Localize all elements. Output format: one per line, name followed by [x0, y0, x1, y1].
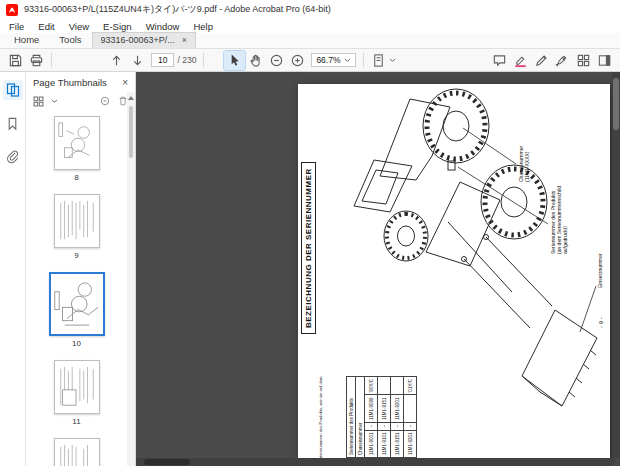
thumbnail-preview [49, 272, 105, 336]
page-thumbnails-panel-button[interactable] [3, 80, 23, 100]
chevron-down-icon[interactable] [389, 58, 396, 63]
menu-help[interactable]: Help [186, 21, 220, 32]
thumbnail-page-number: 8 [74, 173, 78, 182]
thumbnail-options-icon[interactable] [32, 95, 45, 108]
arrow-down-icon [130, 53, 145, 68]
toolbar-separator [51, 53, 52, 67]
reduce-thumbnails-icon[interactable] [99, 95, 111, 107]
zoom-level-value: 66.7% [316, 55, 340, 65]
window-title: 93316-00063+P/L(115Z4UN4キ)タイ)パ-ツ9.pdf - … [24, 3, 331, 16]
vertical-scrollbar[interactable] [612, 72, 620, 458]
chevron-down-icon [344, 58, 351, 63]
zoom-level-dropdown[interactable]: 66.7% [311, 53, 356, 67]
hand-tool-button[interactable] [245, 51, 266, 70]
thumbnail-page-number: 10 [72, 339, 81, 348]
thumbnail-page-8[interactable]: 8 [54, 116, 100, 182]
pencil-icon [534, 53, 549, 68]
page-view-button[interactable] [368, 51, 389, 70]
previous-page-button[interactable] [106, 51, 127, 70]
tab-document-label: 93316-00063+P/... [101, 35, 175, 45]
window-titlebar: 93316-00063+P/L(115Z4UN4キ)タイ)パ-ツ9.pdf - … [0, 0, 620, 19]
scroll-up-icon[interactable] [128, 96, 134, 100]
rotated-page-content: BEZEICHNUNG DER SERIENNUMMER Die Chassis… [298, 84, 610, 458]
save-icon [8, 53, 23, 68]
tab-document[interactable]: 93316-00063+P/... × [92, 32, 197, 48]
next-page-button[interactable] [127, 51, 148, 70]
panel-title: Page Thumbnails [33, 77, 107, 88]
panel-close-icon[interactable]: × [122, 77, 128, 88]
toolbar-separator [203, 53, 204, 67]
draw-tool-button[interactable] [531, 51, 552, 70]
thumbnail-sketch [55, 439, 99, 466]
tab-bar: Home Tools 93316-00063+P/... × [0, 33, 620, 49]
thumbnail-page-12[interactable]: 12 [54, 438, 100, 466]
highlight-tool-button[interactable] [510, 51, 531, 70]
select-cursor-icon [227, 53, 242, 68]
thumbnail-list: 8 9 [26, 112, 127, 466]
thumbnail-page-number: 9 [74, 251, 78, 260]
document-page-number: - 9 - [598, 317, 604, 328]
main-toolbar: 10 / 230 66.7% [0, 49, 620, 72]
chevron-down-icon[interactable] [51, 99, 58, 104]
more-tools-button[interactable] [573, 51, 594, 70]
callout-chassis-number: Chassisnummer (11M1-XXXX) [518, 146, 530, 182]
zoom-in-icon [290, 53, 305, 68]
tab-tools[interactable]: Tools [49, 32, 91, 48]
zoom-out-icon [269, 53, 284, 68]
scrollbar-thumb[interactable] [613, 78, 619, 130]
page-number-input[interactable]: 10 [151, 53, 174, 67]
tools-grid-icon [576, 53, 591, 68]
scrollbar-thumb[interactable] [129, 106, 133, 158]
attachments-panel-button[interactable] [3, 146, 23, 166]
sidebar-toggle-icon [597, 53, 612, 68]
highlighter-icon [513, 53, 528, 68]
menu-edit[interactable]: Edit [31, 21, 61, 32]
print-button[interactable] [26, 51, 47, 70]
panel-header: Page Thumbnails × [26, 72, 135, 92]
page-thumbnails-icon [5, 82, 21, 98]
callout-line: aufgedruckt) [562, 186, 568, 254]
bookmarks-panel-button[interactable] [3, 113, 23, 133]
fountain-pen-icon [555, 53, 570, 68]
page-view-icon [371, 53, 386, 68]
arrow-up-icon [109, 53, 124, 68]
pdf-page: BEZEICHNUNG DER SERIENNUMMER Die Chassis… [298, 84, 610, 458]
menu-view[interactable]: View [62, 21, 96, 32]
toolbar-separator [363, 53, 364, 67]
callout-insert-number: Einsetznummer [597, 253, 603, 288]
page-thumbnails-panel: Page Thumbnails × [26, 72, 136, 466]
zoom-in-button[interactable] [287, 51, 308, 70]
comment-tool-button[interactable] [489, 51, 510, 70]
thumbnail-page-9[interactable]: 9 [54, 194, 100, 260]
scrollbar-thumb[interactable] [144, 459, 190, 465]
comment-bubble-icon [492, 53, 507, 68]
bookmark-icon [5, 116, 20, 131]
save-button[interactable] [5, 51, 26, 70]
thumbnail-page-10-selected[interactable]: 10 [49, 272, 105, 348]
thumbnail-scrollbar[interactable] [127, 92, 135, 466]
panel-toolbar [26, 92, 135, 110]
thumbnail-preview [54, 116, 100, 170]
menu-window[interactable]: Window [139, 21, 187, 32]
hand-tool-icon [248, 53, 263, 68]
zoom-out-button[interactable] [266, 51, 287, 70]
right-panel-toggle-button[interactable] [594, 51, 615, 70]
thumbnail-page-11[interactable]: 11 [54, 360, 100, 426]
horizontal-scrollbar[interactable] [136, 458, 612, 466]
select-tool-button[interactable] [224, 51, 245, 70]
acrobat-window: 93316-00063+P/L(115Z4UN4キ)タイ)パ-ツ9.pdf - … [0, 0, 620, 466]
callout-line: (11M1-XXXX) [524, 146, 530, 182]
menu-esign[interactable]: E-Sign [96, 21, 139, 32]
sign-tool-button[interactable] [552, 51, 573, 70]
menu-file[interactable]: File [2, 21, 31, 32]
tab-home[interactable]: Home [4, 32, 49, 48]
callout-product-serial-number: Seriennummer des Produkts (an dem Serien… [550, 186, 568, 254]
thumbnail-sketch [55, 361, 99, 413]
tab-close-icon[interactable]: × [182, 36, 187, 45]
page-count-label: / 230 [177, 55, 196, 65]
navigation-rail [0, 72, 26, 466]
thumbnail-sketch [51, 274, 103, 334]
document-viewer: BEZEICHNUNG DER SERIENNUMMER Die Chassis… [136, 72, 620, 466]
menu-bar: File Edit View E-Sign Window Help [0, 19, 620, 33]
thumbnail-preview [54, 438, 100, 466]
